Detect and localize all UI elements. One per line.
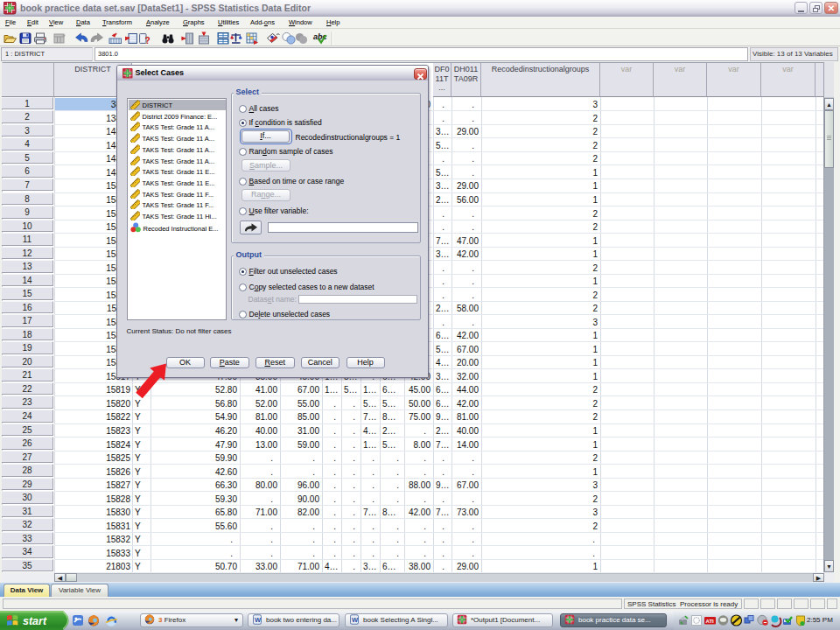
- svg-text:start: start: [23, 615, 47, 627]
- svg-text:W: W: [352, 616, 359, 624]
- svg-text:?: ?: [145, 36, 150, 46]
- svg-text:W: W: [255, 616, 262, 624]
- svg-text:ATI: ATI: [706, 619, 715, 624]
